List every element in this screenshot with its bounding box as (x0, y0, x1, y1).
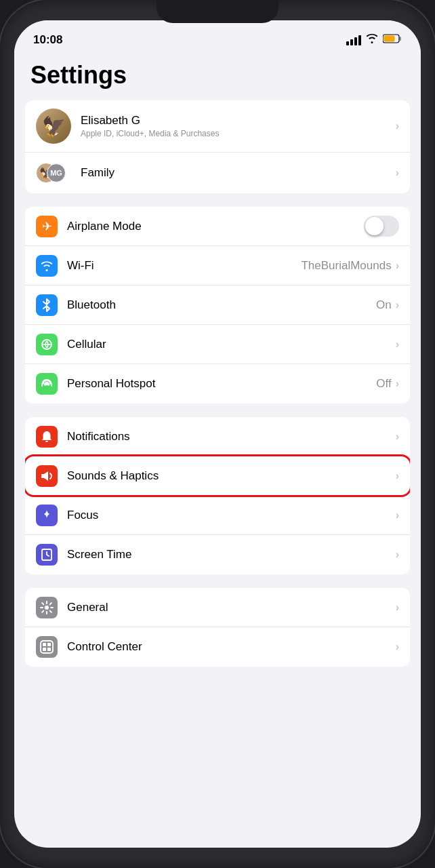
status-time: 10:08 (33, 33, 62, 47)
svg-rect-2 (384, 36, 395, 42)
svg-rect-8 (41, 641, 53, 653)
focus-row[interactable]: Focus › (25, 496, 410, 535)
chevron-icon: › (396, 641, 399, 653)
wifi-settings-icon (36, 255, 58, 277)
system-section: Notifications › Sounds & Haptics › (25, 417, 410, 574)
control-center-icon (36, 636, 58, 658)
chevron-icon: › (396, 549, 399, 561)
family-label: Family (81, 166, 396, 180)
profile-name: Elisabeth G (81, 114, 396, 127)
status-bar: 10:08 (14, 20, 421, 54)
screen-time-row[interactable]: Screen Time › (25, 535, 410, 574)
svg-rect-10 (47, 643, 51, 646)
chevron-icon: › (396, 509, 399, 521)
notch (157, 0, 278, 23)
airplane-toggle[interactable] (364, 216, 399, 237)
battery-icon (383, 34, 402, 46)
profile-section: 🦅 Elisabeth G Apple ID, iCloud+, Media &… (25, 100, 410, 193)
airplane-label: Airplane Mode (67, 220, 364, 233)
status-icons (346, 34, 402, 46)
chevron-icon: › (396, 260, 399, 272)
hotspot-row[interactable]: Personal Hotspot Off › (25, 364, 410, 403)
screen-time-icon (36, 544, 58, 566)
connectivity-section: ✈ Airplane Mode Wi-Fi TheBurialMounds (25, 207, 410, 403)
chevron-icon: › (396, 601, 399, 614)
scroll-content[interactable]: Settings 🦅 Elisabeth G Apple ID, iCloud+… (14, 54, 421, 848)
phone-frame: 10:08 (0, 0, 435, 868)
svg-point-7 (45, 606, 49, 610)
hotspot-label: Personal Hotspot (67, 377, 376, 391)
bluetooth-value: On (376, 298, 392, 312)
sounds-icon (36, 465, 58, 487)
profile-subtitle: Apple ID, iCloud+, Media & Purchases (81, 129, 396, 138)
bluetooth-row[interactable]: Bluetooth On › (25, 285, 410, 325)
notifications-row[interactable]: Notifications › (25, 417, 410, 456)
notifications-label: Notifications (67, 430, 396, 443)
chevron-icon: › (396, 120, 399, 132)
chevron-icon: › (396, 167, 399, 179)
airplane-mode-row[interactable]: ✈ Airplane Mode (25, 207, 410, 246)
chevron-icon: › (396, 299, 399, 311)
control-center-label: Control Center (67, 640, 396, 654)
page-title: Settings (14, 54, 421, 100)
screen: 10:08 (14, 20, 421, 848)
notifications-icon (36, 426, 58, 448)
control-center-row[interactable]: Control Center › (25, 627, 410, 667)
wifi-row[interactable]: Wi-Fi TheBurialMounds › (25, 246, 410, 285)
screen-time-label: Screen Time (67, 548, 396, 561)
sounds-haptics-row[interactable]: Sounds & Haptics › (25, 456, 410, 496)
chevron-icon: › (396, 338, 399, 351)
chevron-icon: › (396, 431, 399, 443)
focus-label: Focus (67, 509, 396, 522)
sounds-label: Sounds & Haptics (67, 469, 396, 483)
focus-icon (36, 505, 58, 526)
svg-rect-12 (47, 648, 51, 651)
profile-avatar: 🦅 (36, 108, 71, 144)
cellular-icon (36, 334, 58, 355)
general-section: General › Control Center (25, 588, 410, 667)
chevron-icon: › (396, 378, 399, 390)
family-row[interactable]: 🦅 MG Family › (25, 153, 410, 193)
apple-id-row[interactable]: 🦅 Elisabeth G Apple ID, iCloud+, Media &… (25, 100, 410, 153)
signal-icon (346, 35, 361, 45)
general-row[interactable]: General › (25, 588, 410, 627)
general-label: General (67, 601, 396, 614)
svg-rect-9 (43, 643, 46, 646)
airplane-icon: ✈ (36, 216, 58, 237)
wifi-icon (366, 34, 378, 46)
cellular-label: Cellular (67, 338, 396, 351)
family-avatar-2: MG (47, 163, 66, 182)
general-icon (36, 597, 58, 618)
bluetooth-label: Bluetooth (67, 298, 376, 312)
wifi-label: Wi-Fi (67, 259, 301, 273)
hotspot-icon (36, 373, 58, 395)
svg-rect-11 (43, 648, 46, 651)
hotspot-value: Off (376, 377, 391, 391)
wifi-value: TheBurialMounds (301, 259, 391, 273)
family-avatars: 🦅 MG (36, 161, 71, 185)
cellular-row[interactable]: Cellular › (25, 325, 410, 364)
chevron-icon: › (396, 470, 399, 482)
bluetooth-icon (36, 294, 58, 316)
svg-rect-1 (400, 37, 402, 41)
